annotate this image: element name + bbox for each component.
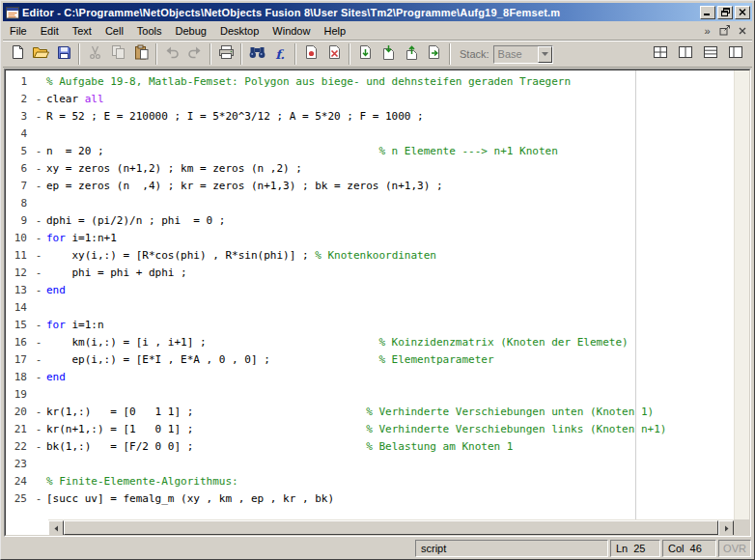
title-bar[interactable]: Editor - C:\Programme\NetObjects\NetObje… — [3, 3, 752, 21]
find-button[interactable] — [245, 42, 268, 66]
breakpoint-column[interactable]: - — [31, 230, 46, 247]
code-line-20[interactable]: 20-kr(1,:) = [0 1 1] ; % Verhinderte Ver… — [6, 404, 734, 421]
stack-dropdown[interactable]: Base — [493, 45, 553, 64]
breakpoint-column[interactable]: - — [31, 404, 46, 421]
breakpoint-column[interactable]: - — [31, 178, 46, 195]
code-line-11[interactable]: 11- xy(i,:) = [R*cos(phi) , R*sin(phi)] … — [6, 247, 734, 265]
vertical-scrollbar[interactable] — [734, 70, 749, 519]
breakpoint-column[interactable] — [31, 299, 46, 317]
cut-button[interactable] — [83, 42, 106, 66]
restore-button[interactable] — [717, 6, 733, 19]
breakpoint-column[interactable] — [31, 73, 46, 91]
undock-icon[interactable] — [717, 24, 732, 38]
breakpoint-column[interactable] — [31, 195, 46, 212]
breakpoint-column[interactable]: - — [31, 143, 46, 160]
print-button[interactable] — [214, 42, 238, 66]
code-text: % Finite-Elemente-Algorithmus: — [46, 473, 238, 490]
code-line-22[interactable]: 22-bk(1,:) = [F/2 0 0] ; % Belastung am … — [6, 438, 734, 456]
horizontal-scrollbar[interactable] — [48, 519, 734, 535]
step-out-button[interactable] — [400, 42, 423, 66]
scroll-right-icon[interactable] — [718, 520, 734, 536]
line-number: 8 — [6, 195, 31, 212]
code-line-7[interactable]: 7-ep = zeros (n ,4) ; kr = zeros (n+1,3)… — [6, 178, 734, 195]
close-button[interactable] — [735, 6, 750, 19]
code-line-10[interactable]: 10-for i=1:n+1 — [6, 230, 734, 247]
toolbar-separator — [349, 43, 350, 65]
line-number: 15 — [6, 317, 31, 334]
code-line-21[interactable]: 21-kr(n+1,:) = [1 0 1] ; % Verhinderte V… — [6, 421, 734, 438]
code-line-8[interactable]: 8 — [6, 195, 734, 212]
code-line-24[interactable]: 24% Finite-Elemente-Algorithmus: — [6, 473, 734, 490]
breakpoint-column[interactable]: - — [31, 247, 46, 265]
paste-button[interactable] — [129, 42, 153, 66]
code-line-9[interactable]: 9-dphi = (pi/2)/n ; phi = 0 ; — [6, 212, 734, 230]
menu-debug[interactable]: Debug — [169, 22, 213, 40]
code-line-5[interactable]: 5-n = 20 ; % n Elemente ---> n+1 Knoten — [6, 143, 734, 160]
menu-help[interactable]: Help — [317, 22, 352, 40]
menu-edit[interactable]: Edit — [34, 22, 66, 40]
layout-split-vertical-button[interactable] — [674, 42, 697, 66]
code-line-3[interactable]: 3-R = 52 ; E = 210000 ; I = 5*20^3/12 ; … — [6, 108, 734, 126]
breakpoint-column[interactable] — [31, 386, 46, 404]
stack-dropdown-arrow-icon[interactable] — [538, 46, 552, 63]
function-button[interactable]: f. — [268, 42, 292, 66]
code-line-6[interactable]: 6-xy = zeros (n+1,2) ; km = zeros (n ,2)… — [6, 160, 734, 178]
open-file-button[interactable] — [29, 42, 52, 66]
layout-rows-button[interactable] — [699, 42, 722, 66]
menu-tools[interactable]: Tools — [130, 22, 169, 40]
code-view[interactable]: 1% Aufgabe 19-8, Matlab-Femset: Polygon … — [6, 70, 734, 519]
breakpoint-clear-button[interactable] — [322, 42, 346, 66]
code-line-18[interactable]: 18-end — [6, 369, 734, 386]
code-line-16[interactable]: 16- km(i,:) = [i , i+1] ; % Koinzidenzma… — [6, 334, 734, 351]
redo-button[interactable] — [183, 42, 207, 66]
step-button[interactable] — [353, 42, 377, 66]
menu-window[interactable]: Window — [266, 22, 317, 40]
code-line-2[interactable]: 2-clear all — [6, 91, 734, 108]
close-editor-icon[interactable] — [735, 24, 749, 38]
menu-cell[interactable]: Cell — [98, 22, 130, 40]
menu-overflow-icon[interactable]: » — [700, 24, 714, 38]
code-line-12[interactable]: 12- phi = phi + dphi ; — [6, 265, 734, 282]
undo-button[interactable] — [160, 42, 183, 66]
breakpoint-column[interactable]: - — [31, 369, 46, 386]
code-line-1[interactable]: 1% Aufgabe 19-8, Matlab-Femset: Polygon … — [6, 73, 734, 91]
minimize-button[interactable] — [700, 6, 715, 19]
run-continue-button[interactable] — [423, 42, 446, 66]
breakpoint-column[interactable]: - — [31, 160, 46, 178]
breakpoint-column[interactable]: - — [31, 212, 46, 230]
breakpoint-column[interactable]: - — [31, 317, 46, 334]
code-line-17[interactable]: 17- ep(i,:) = [E*I , E*A , 0 , 0] ; % El… — [6, 351, 734, 369]
breakpoint-column[interactable] — [31, 456, 46, 473]
code-line-19[interactable]: 19 — [6, 386, 734, 404]
breakpoint-column[interactable]: - — [31, 282, 46, 299]
breakpoint-column[interactable] — [31, 126, 46, 143]
breakpoint-column[interactable]: - — [31, 421, 46, 438]
save-button[interactable] — [52, 42, 75, 66]
code-line-25[interactable]: 25-[succ uv] = femalg_m (xy , km , ep , … — [6, 490, 734, 508]
menu-file[interactable]: File — [3, 22, 34, 40]
breakpoint-column[interactable]: - — [31, 91, 46, 108]
horizontal-scroll-thumb[interactable] — [64, 520, 718, 535]
menu-text[interactable]: Text — [66, 22, 98, 40]
step-in-button[interactable] — [377, 42, 400, 66]
breakpoint-column[interactable]: - — [31, 490, 46, 508]
code-line-4[interactable]: 4 — [6, 126, 734, 143]
breakpoint-column[interactable]: - — [31, 438, 46, 456]
breakpoint-column[interactable]: - — [31, 334, 46, 351]
breakpoint-set-button[interactable] — [299, 42, 322, 66]
code-line-14[interactable]: 14 — [6, 299, 734, 317]
code-line-15[interactable]: 15-for i=1:n — [6, 317, 734, 334]
new-file-button[interactable] — [6, 42, 29, 66]
menu-desktop[interactable]: Desktop — [213, 22, 266, 40]
code-line-13[interactable]: 13-end — [6, 282, 734, 299]
breakpoint-column[interactable]: - — [31, 265, 46, 282]
copy-button[interactable] — [106, 42, 129, 66]
scroll-left-icon[interactable] — [48, 520, 64, 536]
app-icon[interactable] — [5, 5, 19, 19]
layout-left-column-button[interactable] — [724, 42, 747, 66]
breakpoint-column[interactable]: - — [31, 108, 46, 126]
breakpoint-column[interactable]: - — [31, 351, 46, 369]
code-line-23[interactable]: 23 — [6, 456, 734, 473]
layout-grid-2x2-button[interactable] — [649, 42, 672, 66]
breakpoint-column[interactable] — [31, 473, 46, 490]
